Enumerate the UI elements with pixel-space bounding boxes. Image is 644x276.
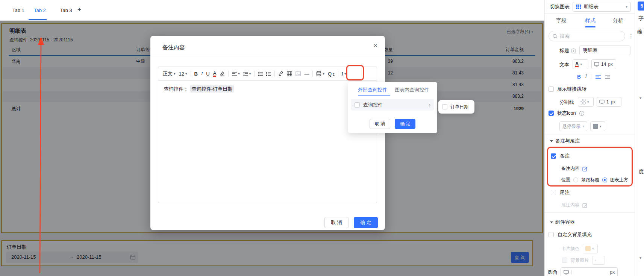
horizontal-rule-button[interactable]: — [304, 71, 309, 77]
underline-button[interactable]: U [206, 71, 209, 77]
radio-above-chart[interactable] [602, 177, 607, 182]
font-color-button[interactable]: A [213, 71, 217, 77]
tab-1[interactable]: Tab 1 [12, 0, 24, 21]
align-left-icon[interactable] [596, 75, 601, 79]
divider-label: 分割线 [559, 99, 574, 106]
checkbox[interactable] [355, 102, 360, 108]
color-swatch [593, 124, 598, 129]
line-height-select[interactable]: ▾ [243, 72, 251, 76]
collapse-caret-icon [550, 221, 553, 223]
dropdown-cancel-button[interactable]: 取 消 [370, 119, 390, 129]
position-label: 位置 [561, 177, 570, 183]
active-tab-underline [29, 19, 47, 20]
monitor-icon [594, 62, 599, 67]
add-tab-button[interactable]: + [77, 0, 82, 21]
status-color-select[interactable]: ▾ [590, 121, 605, 131]
checkbox-footnote[interactable] [551, 190, 556, 195]
collapse-caret-icon [550, 140, 553, 142]
modal-header-divider [150, 57, 385, 57]
more-options-icon[interactable]: ⋮ [628, 33, 634, 39]
font-color-select[interactable]: A ▾ [573, 59, 588, 69]
strip-label: 维 [637, 29, 642, 35]
chevron-down-icon: ▾ [587, 100, 589, 104]
dropdown-confirm-button[interactable]: 确 定 [395, 119, 415, 129]
checkbox-show-link[interactable] [549, 86, 554, 92]
color-swatch [585, 246, 591, 251]
footnote-content-label: 尾注内容 [561, 202, 579, 208]
tab-3[interactable]: Tab 3 [60, 0, 72, 21]
radio-follow-title[interactable] [573, 177, 578, 182]
chevron-down-icon: ▾ [595, 259, 596, 262]
sidebar-tab-underline [585, 26, 596, 27]
paragraph-select[interactable]: 正文▾ [163, 70, 176, 77]
tab-analysis[interactable]: 分析 [613, 14, 623, 27]
edit-icon[interactable] [582, 166, 588, 171]
confirm-button[interactable]: 确 定 [354, 217, 378, 228]
align-select[interactable]: ▾ [232, 72, 240, 76]
cancel-button[interactable]: 取 消 [324, 217, 349, 228]
ordered-list-button[interactable] [266, 72, 271, 76]
radio-above-chart-label[interactable]: 图表上方 [610, 177, 628, 183]
chevron-down-icon: ▾ [639, 96, 641, 100]
query-control-dropdown: 外部查询控件 图表内查询控件 查询控件 › 取 消 确 定 [348, 82, 437, 133]
monitor-icon [564, 270, 572, 274]
checkbox-bg-image-disabled [562, 258, 567, 263]
chart-type-select[interactable]: 明细表 ▾ [573, 2, 631, 12]
hover-display-select[interactable]: 悬停显示 ▾ [559, 121, 587, 131]
chevron-down-icon: ▾ [600, 124, 602, 128]
insert-table-icon[interactable] [287, 71, 292, 76]
tab-internal-query[interactable]: 图表内查询控件 [395, 86, 429, 93]
dashboard-tabbar: Tab 1 Tab 2 Tab 3 + [0, 0, 544, 21]
search-icon [553, 34, 558, 39]
tab-2[interactable]: Tab 2 [34, 0, 46, 21]
font-size-input[interactable]: 14 px [591, 59, 616, 69]
card-color-select: ▾ [583, 244, 598, 253]
radio-follow-title-label[interactable]: 紧跟标题 [581, 177, 599, 183]
bold-button[interactable]: B [194, 71, 198, 77]
collapsed-field-panel: 5 字 维 ▾ 度 ▾ [635, 0, 644, 276]
divider-color-select[interactable]: ▾ [578, 97, 594, 107]
switch-chart-label: 切换图表 [550, 3, 570, 10]
tab-fields[interactable]: 字段 [556, 14, 567, 27]
radius-label: 圆角 [548, 269, 558, 276]
chevron-down-icon: ▾ [580, 62, 582, 66]
link-icon[interactable] [278, 71, 283, 76]
close-icon[interactable]: × [373, 42, 377, 50]
font-size-select[interactable]: 12▾ [179, 71, 187, 77]
bullet-list-button[interactable] [258, 72, 263, 76]
tab-style[interactable]: 样式 [585, 14, 596, 27]
field-insert-select[interactable]: ▾ [316, 71, 324, 76]
section-component-container[interactable]: 组件容器 [550, 219, 575, 226]
chevron-down-icon: ▾ [592, 247, 594, 250]
bold-button[interactable]: B [577, 74, 581, 80]
radius-input[interactable]: px [561, 267, 618, 276]
italic-button[interactable]: I [201, 71, 203, 77]
count-badge: 5 [638, 2, 644, 11]
query-control-insert-select[interactable]: Q▾ [328, 71, 335, 77]
search-input[interactable]: 搜索 [549, 31, 625, 41]
cursor-insert-select[interactable]: I▾ [342, 71, 346, 77]
editor-content[interactable]: 查询控件： 查询控件-订单日期 [158, 80, 377, 203]
title-input[interactable]: 明细表 [579, 45, 630, 55]
dropdown-tab-underline [358, 95, 390, 96]
editor-toolbar: 正文▾ 12▾ B I U A ▾ ▾ — ▾ Q▾ I▾ [158, 67, 377, 81]
chevron-right-icon: › [429, 102, 430, 108]
note-label: 备注 [560, 153, 570, 159]
query-control-token[interactable]: 查询控件-订单日期 [190, 85, 234, 93]
submenu-item-label: 订单日期 [450, 104, 468, 110]
section-note-footnote[interactable]: 备注与尾注 [550, 138, 580, 144]
checkbox-note[interactable] [551, 153, 556, 159]
divider-size-input[interactable]: 1 px [597, 97, 621, 107]
highlight-button[interactable] [220, 71, 225, 76]
query-control-item[interactable]: 查询控件 › [351, 99, 434, 111]
checkbox[interactable] [442, 104, 447, 109]
tab-external-query[interactable]: 外部查询控件 [358, 86, 387, 93]
checkbox-custom-bg[interactable] [549, 232, 554, 237]
checkbox-status-icon[interactable] [549, 111, 554, 116]
align-right-icon[interactable] [605, 75, 610, 79]
modal-title: 备注内容 [162, 44, 185, 51]
italic-button[interactable]: I [585, 74, 587, 80]
text-label: 文本 [559, 61, 569, 68]
monitor-icon [599, 100, 605, 104]
order-date-submenu[interactable]: 订单日期 [438, 100, 474, 114]
